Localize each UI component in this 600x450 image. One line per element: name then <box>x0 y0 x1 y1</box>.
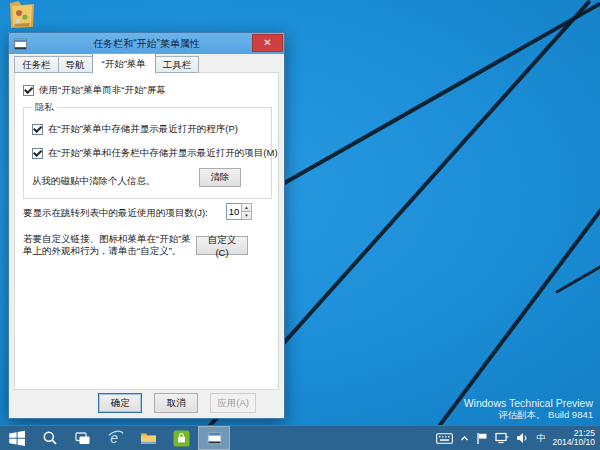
volume-button[interactable] <box>516 426 529 450</box>
taskbar-properties-task-button[interactable] <box>198 426 230 450</box>
check-icon <box>33 124 42 133</box>
task-view-button[interactable] <box>66 426 99 450</box>
use-start-menu-label: 使用“开始”菜单而非“开始”屏幕 <box>39 84 166 97</box>
apply-button: 应用(A) <box>210 393 256 413</box>
jumplist-count-spinner: ▲ ▼ <box>226 203 252 220</box>
network-icon <box>495 432 509 444</box>
taskbar-clock[interactable]: 21:25 2014/10/10 <box>552 429 595 448</box>
store-programs-checkbox-row[interactable]: 在“开始”菜单中存储并显示最近打开的程序(P) <box>32 123 238 136</box>
desktop: Windows Technical Preview 评估副本。 Build 98… <box>0 0 600 450</box>
internet-explorer-button[interactable]: e <box>99 426 132 450</box>
build-watermark: Windows Technical Preview 评估副本。 Build 98… <box>464 397 593 421</box>
store-items-label: 在“开始”菜单和任务栏中存储并显示最近打开的项目(M) <box>48 147 278 160</box>
customize-description: 若要自定义链接、图标和菜单在“开始”菜单上的外观和行为，请单击“自定义”。 <box>23 233 193 257</box>
check-icon <box>24 85 33 94</box>
task-view-icon <box>74 431 91 446</box>
action-center-button[interactable] <box>476 426 488 450</box>
internet-explorer-icon: e <box>107 429 125 447</box>
network-button[interactable] <box>495 426 509 450</box>
clear-tiles-label: 从我的磁贴中清除个人信息。 <box>32 175 156 188</box>
search-icon <box>42 430 58 446</box>
checkbox-checked[interactable] <box>32 148 43 159</box>
taskbar-properties-icon <box>14 37 27 50</box>
jumplist-count-label: 要显示在跳转列表中的最近使用的项目数(J): <box>23 207 208 220</box>
input-language-indicator[interactable]: 中 <box>536 432 545 445</box>
search-button[interactable] <box>33 426 66 450</box>
use-start-menu-checkbox-row[interactable]: 使用“开始”菜单而非“开始”屏幕 <box>23 84 166 97</box>
jumplist-count-input[interactable] <box>226 203 241 220</box>
start-icon <box>8 429 26 447</box>
taskbar: e <box>0 425 600 450</box>
wallpaper-beam <box>257 2 600 200</box>
file-explorer-button[interactable] <box>132 426 165 450</box>
checkbox-checked[interactable] <box>23 85 34 96</box>
taskbar-properties-dialog: 任务栏和“开始”菜单属性 ✕ 任务栏 导航 “开始”菜单 工具栏 使用“开始”菜… <box>8 32 285 419</box>
spinner-buttons: ▲ ▼ <box>241 203 252 220</box>
tab-navigation[interactable]: 导航 <box>58 56 93 73</box>
store-programs-label: 在“开始”菜单中存储并显示最近打开的程序(P) <box>48 123 238 136</box>
start-menu-tab-page: 使用“开始”菜单而非“开始”屏幕 隐私 在“开始”菜单中存储并显示最近打开的程序… <box>14 72 279 390</box>
dialog-footer: 确定 取消 应用(A) <box>9 393 284 414</box>
speaker-icon <box>516 432 529 444</box>
wallpaper-beam <box>555 261 600 294</box>
cancel-button[interactable]: 取消 <box>154 393 198 413</box>
store-items-checkbox-row[interactable]: 在“开始”菜单和任务栏中存储并显示最近打开的项目(M) <box>32 147 278 160</box>
watermark-line2: 评估副本。 Build 9841 <box>464 409 593 421</box>
system-tray: 中 21:25 2014/10/10 <box>436 426 600 450</box>
store-button[interactable] <box>165 426 198 450</box>
customize-button[interactable]: 自定义(C) <box>196 236 248 255</box>
show-hidden-icons-button[interactable] <box>460 426 469 450</box>
start-button[interactable] <box>0 426 33 450</box>
dialog-titlebar[interactable]: 任务栏和“开始”菜单属性 ✕ <box>9 33 284 54</box>
clock-date: 2014/10/10 <box>552 438 595 448</box>
dialog-title: 任务栏和“开始”菜单属性 <box>9 33 284 54</box>
tab-start-menu[interactable]: “开始”菜单 <box>92 53 156 74</box>
clear-button[interactable]: 清除 <box>199 168 241 187</box>
tab-strip: 任务栏 导航 “开始”菜单 工具栏 <box>14 55 198 73</box>
ok-button[interactable]: 确定 <box>98 393 142 413</box>
chevron-up-icon <box>460 435 469 442</box>
touch-keyboard-button[interactable] <box>436 426 453 450</box>
file-explorer-icon <box>140 431 157 445</box>
recycle-bin-icon[interactable] <box>6 0 38 33</box>
watermark-line1: Windows Technical Preview <box>464 397 593 409</box>
tab-toolbars[interactable]: 工具栏 <box>155 56 200 73</box>
flag-icon <box>476 432 488 445</box>
close-button[interactable]: ✕ <box>252 34 283 52</box>
privacy-group-box: 隐私 在“开始”菜单中存储并显示最近打开的程序(P) 在“开始”菜单和任务栏中存… <box>23 107 272 199</box>
checkbox-checked[interactable] <box>32 124 43 135</box>
check-icon <box>33 148 42 157</box>
touch-keyboard-icon <box>436 433 453 444</box>
privacy-group-label: 隐私 <box>32 101 57 114</box>
store-icon <box>173 430 190 447</box>
tab-taskbar[interactable]: 任务栏 <box>14 56 59 73</box>
spinner-down-icon[interactable]: ▼ <box>241 212 252 220</box>
spinner-up-icon[interactable]: ▲ <box>241 203 252 212</box>
taskbar-properties-window-icon <box>207 431 222 446</box>
